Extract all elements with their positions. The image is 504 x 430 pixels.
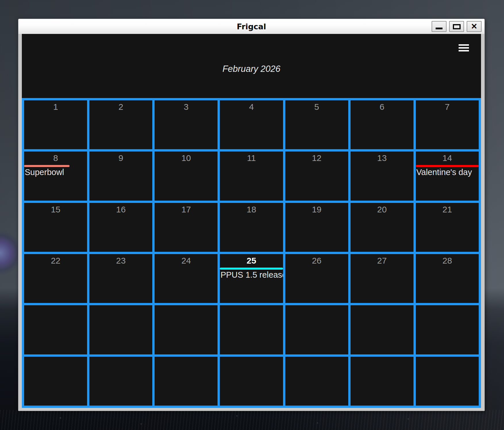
calendar-day-cell[interactable]: 10: [155, 151, 218, 200]
calendar-day-cell[interactable]: 17: [155, 203, 218, 252]
calendar-day-cell[interactable]: 2: [89, 100, 152, 149]
day-number: 19: [285, 204, 348, 215]
calendar-day-cell[interactable]: 12: [285, 151, 348, 200]
calendar-empty-cell: [155, 357, 218, 406]
day-number: 17: [155, 204, 218, 215]
calendar-day-cell[interactable]: 20: [351, 203, 413, 252]
day-number: 18: [220, 204, 283, 215]
day-number: 22: [24, 255, 87, 266]
day-number: 8: [24, 153, 87, 163]
frigcal-window: Frigcal ✕ February 2026 12345678Superbow…: [18, 19, 485, 411]
day-number: 10: [155, 153, 218, 163]
calendar-empty-cell: [285, 357, 348, 406]
day-number: 11: [220, 153, 283, 163]
calendar-day-cell[interactable]: 1: [24, 100, 87, 149]
day-number: 20: [351, 204, 413, 215]
day-number: 28: [416, 255, 479, 266]
month-title: February 2026: [22, 64, 481, 74]
calendar-day-cell[interactable]: 18: [220, 203, 283, 252]
day-number: 12: [285, 153, 348, 163]
calendar-empty-cell: [89, 357, 152, 406]
calendar-day-cell[interactable]: 16: [89, 203, 152, 252]
calendar-day-cell[interactable]: 6: [351, 100, 413, 149]
event-color-bar: [416, 165, 479, 167]
calendar-header: February 2026: [22, 34, 481, 98]
calendar-empty-cell: [351, 357, 413, 406]
window-controls: ✕: [432, 21, 482, 32]
calendar-day-cell[interactable]: 26: [285, 254, 348, 303]
calendar-empty-cell: [220, 357, 283, 406]
event-label: Valentine's day: [416, 167, 479, 177]
calendar-empty-cell: [351, 305, 413, 354]
maximize-button[interactable]: [449, 21, 464, 32]
calendar-empty-cell: [220, 305, 283, 354]
window-title: Frigcal: [237, 22, 266, 31]
calendar-day-cell[interactable]: 9: [89, 151, 152, 200]
close-button[interactable]: ✕: [467, 21, 482, 32]
calendar-empty-cell: [285, 305, 348, 354]
calendar-empty-cell: [24, 305, 87, 354]
calendar-day-cell[interactable]: 5: [285, 100, 348, 149]
calendar-empty-cell: [416, 305, 479, 354]
day-number: 4: [220, 101, 283, 112]
day-number: 7: [416, 101, 479, 112]
calendar-content: February 2026 12345678Superbowl910111213…: [22, 34, 481, 408]
day-number: 5: [285, 101, 348, 112]
calendar-empty-cell: [155, 305, 218, 354]
calendar-empty-cell: [89, 305, 152, 354]
day-number: 21: [416, 204, 479, 215]
calendar-day-cell[interactable]: 27: [351, 254, 413, 303]
calendar-event[interactable]: Superbowl: [24, 165, 87, 177]
event-label: PPUS 1.5 release: [220, 270, 283, 280]
day-number: 25: [220, 255, 283, 266]
calendar-empty-cell: [416, 357, 479, 406]
day-number: 2: [89, 101, 152, 112]
calendar-day-cell[interactable]: 28: [416, 254, 479, 303]
day-number: 15: [24, 204, 87, 215]
event-color-bar: [220, 268, 283, 270]
calendar-day-cell[interactable]: 8Superbowl: [24, 151, 87, 200]
title-bar[interactable]: Frigcal ✕: [18, 19, 484, 34]
day-number: 9: [89, 153, 152, 163]
calendar-day-cell[interactable]: 23: [89, 254, 152, 303]
calendar-day-cell[interactable]: 21: [416, 203, 479, 252]
close-icon: ✕: [471, 23, 478, 30]
calendar-day-cell[interactable]: 13: [351, 151, 413, 200]
day-number: 27: [351, 255, 413, 266]
day-number: 1: [24, 101, 87, 112]
minimize-button[interactable]: [432, 21, 447, 32]
day-number: 6: [351, 101, 413, 112]
calendar-day-cell[interactable]: 3: [155, 100, 218, 149]
calendar-day-cell[interactable]: 15: [24, 203, 87, 252]
day-number: 14: [416, 153, 479, 163]
calendar-grid: 12345678Superbowl91011121314Valentine's …: [22, 98, 481, 408]
calendar-day-cell[interactable]: 11: [220, 151, 283, 200]
day-number: 23: [89, 255, 152, 266]
calendar-day-cell[interactable]: 19: [285, 203, 348, 252]
calendar-day-cell[interactable]: 24: [155, 254, 218, 303]
day-number: 16: [89, 204, 152, 215]
day-number: 3: [155, 101, 218, 112]
calendar-event[interactable]: PPUS 1.5 release: [220, 268, 283, 280]
day-number: 24: [155, 255, 218, 266]
calendar-day-cell[interactable]: 7: [416, 100, 479, 149]
calendar-day-cell[interactable]: 4: [220, 100, 283, 149]
event-color-bar: [24, 165, 70, 167]
maximize-icon: [453, 24, 461, 29]
calendar-day-cell[interactable]: 22: [24, 254, 87, 303]
hamburger-menu-icon[interactable]: [459, 44, 469, 51]
calendar-event[interactable]: Valentine's day: [416, 165, 479, 177]
calendar-empty-cell: [24, 357, 87, 406]
event-label: Superbowl: [24, 167, 87, 177]
minimize-icon: [436, 28, 443, 29]
calendar-day-cell[interactable]: 25PPUS 1.5 release: [220, 254, 283, 303]
day-number: 26: [285, 255, 348, 266]
day-number: 13: [351, 153, 413, 163]
calendar-day-cell[interactable]: 14Valentine's day: [416, 151, 479, 200]
